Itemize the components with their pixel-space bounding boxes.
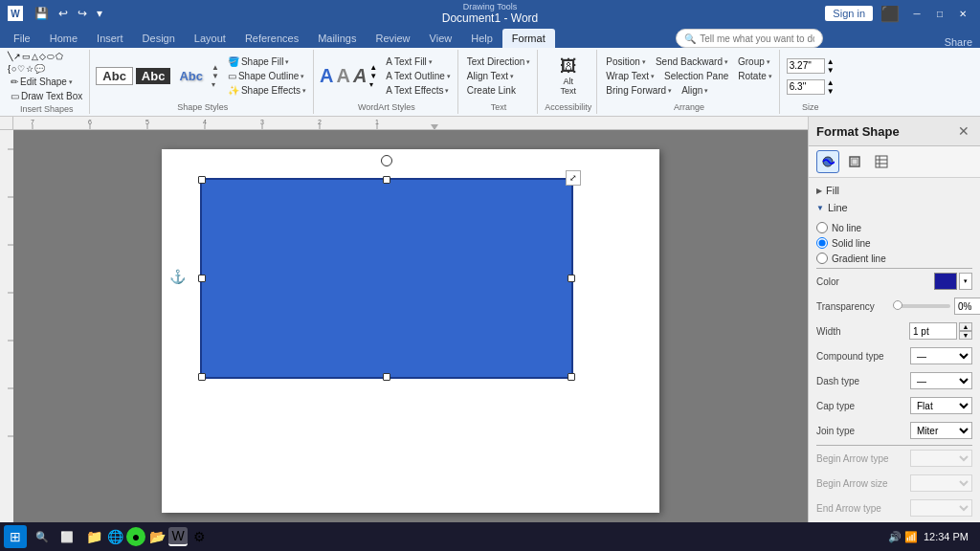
- alt-text-btn[interactable]: 🖼 AltText: [553, 55, 584, 98]
- circle-shape-btn[interactable]: ○: [11, 64, 16, 74]
- width-input[interactable]: [787, 79, 825, 95]
- pentagon-shape-btn[interactable]: ⬠: [56, 52, 63, 62]
- taskbar-word[interactable]: W: [168, 527, 188, 546]
- text-fill-btn[interactable]: A Text Fill ▾: [383, 55, 453, 68]
- ribbon-collapse-btn[interactable]: ⬛: [880, 5, 900, 23]
- handle-bottom-right[interactable]: [568, 373, 575, 381]
- shape-style-2[interactable]: Abc: [136, 68, 171, 84]
- tab-layout[interactable]: Layout: [185, 29, 235, 48]
- rotate-handle[interactable]: [381, 155, 392, 166]
- solid-line-radio[interactable]: [816, 237, 828, 249]
- taskbar-edge[interactable]: 🌐: [105, 527, 124, 546]
- cap-type-select[interactable]: Flat Round Square: [910, 397, 972, 414]
- handle-middle-right[interactable]: [568, 275, 575, 282]
- align-btn[interactable]: Align ▾: [679, 84, 711, 97]
- expand-icon[interactable]: ⤢: [566, 170, 581, 186]
- line-width-input[interactable]: [909, 322, 957, 340]
- search-taskbar-icon[interactable]: 🔍: [31, 525, 54, 548]
- height-up-btn[interactable]: ▲: [827, 57, 835, 66]
- transparency-slider[interactable]: [893, 304, 950, 308]
- tab-view[interactable]: View: [420, 29, 462, 48]
- handle-bottom-left[interactable]: [198, 373, 206, 381]
- undo-quick-btn[interactable]: ↩: [56, 5, 70, 22]
- shape-effects-btn[interactable]: ✨ Shape Effects ▾: [225, 84, 309, 97]
- join-type-select[interactable]: Miter Round Bevel: [910, 422, 972, 439]
- panel-close-button[interactable]: ✕: [955, 122, 972, 140]
- handle-top-center[interactable]: [383, 176, 390, 184]
- rotate-btn[interactable]: Rotate ▾: [735, 70, 774, 82]
- handle-bottom-center[interactable]: [383, 373, 390, 381]
- shape-container[interactable]: ⚓ ⤢: [200, 178, 573, 379]
- task-view-icon[interactable]: ⬜: [56, 525, 78, 548]
- heart-shape-btn[interactable]: ♡: [17, 64, 25, 74]
- position-btn[interactable]: Position ▾: [603, 55, 649, 68]
- wordart-style-1[interactable]: A: [320, 65, 333, 87]
- wordart-scroll[interactable]: ▲ ▼ ▾: [369, 63, 377, 89]
- gradient-line-option[interactable]: Gradient line: [816, 251, 972, 266]
- rect-shape-btn[interactable]: ▭: [22, 52, 31, 62]
- width-up-spinner[interactable]: ▲: [959, 322, 972, 331]
- share-button[interactable]: Share: [945, 36, 972, 48]
- fill-section-header[interactable]: ▶ Fill: [809, 182, 980, 199]
- width-down-btn[interactable]: ▼: [827, 87, 835, 96]
- color-picker-box[interactable]: [934, 273, 957, 290]
- save-quick-btn[interactable]: 💾: [33, 5, 51, 22]
- wordart-style-2[interactable]: A: [336, 65, 349, 87]
- create-link-btn[interactable]: Create Link: [464, 84, 534, 97]
- tab-insert[interactable]: Insert: [87, 29, 133, 48]
- customize-quick-btn[interactable]: ▾: [95, 5, 104, 22]
- handle-top-left[interactable]: [198, 176, 206, 184]
- tab-help[interactable]: Help: [461, 29, 502, 48]
- line-shape-btn[interactable]: ╲: [8, 52, 12, 62]
- minimize-button[interactable]: ─: [907, 7, 926, 20]
- text-effects-btn[interactable]: A Text Effects ▾: [383, 84, 453, 97]
- tell-me-input[interactable]: [700, 33, 814, 44]
- tab-mailings[interactable]: Mailings: [308, 29, 366, 48]
- bracket-shape-btn[interactable]: {: [8, 64, 11, 74]
- taskbar-folder[interactable]: 📂: [147, 527, 167, 546]
- wordart-style-3[interactable]: A: [353, 65, 367, 87]
- edit-shape-btn[interactable]: ✏ Edit Shape ▾: [8, 76, 85, 88]
- transparency-input[interactable]: [954, 298, 980, 315]
- text-direction-btn[interactable]: Text Direction ▾: [464, 55, 534, 68]
- height-input[interactable]: [787, 58, 825, 74]
- height-down-btn[interactable]: ▼: [827, 66, 835, 75]
- shape-styles-scroll[interactable]: ▲ ▼ ▾: [212, 63, 219, 89]
- draw-textbox-btn[interactable]: ▭ Draw Text Box: [8, 90, 85, 102]
- maximize-button[interactable]: □: [930, 7, 949, 20]
- no-line-option[interactable]: No line: [816, 220, 972, 235]
- align-text-btn[interactable]: Align Text ▾: [464, 70, 534, 82]
- tab-home[interactable]: Home: [40, 29, 87, 48]
- text-outline-btn[interactable]: A Text Outline ▾: [383, 70, 453, 82]
- tab-format[interactable]: Format: [502, 29, 555, 48]
- effects-icon-tab[interactable]: [843, 150, 866, 173]
- taskbar-settings[interactable]: ⚙: [189, 527, 209, 546]
- selection-pane-btn[interactable]: Selection Pane: [661, 70, 731, 82]
- color-picker-dropdown[interactable]: ▾: [959, 273, 972, 290]
- width-down-spinner[interactable]: ▼: [959, 331, 972, 340]
- sign-in-button[interactable]: Sign in: [825, 6, 873, 21]
- layout-icon-tab[interactable]: [870, 150, 893, 173]
- handle-middle-left[interactable]: [198, 275, 206, 282]
- callout-shape-btn[interactable]: 💬: [34, 64, 45, 74]
- triangle-shape-btn[interactable]: △: [32, 52, 38, 62]
- shape-style-1[interactable]: Abc: [96, 67, 133, 85]
- arrow-shape-btn[interactable]: ↗: [13, 52, 21, 62]
- star-shape-btn[interactable]: ☆: [26, 64, 33, 74]
- tab-review[interactable]: Review: [367, 29, 420, 48]
- solid-line-option[interactable]: Solid line: [816, 235, 972, 251]
- blue-rectangle[interactable]: [200, 178, 573, 379]
- cylinder-shape-btn[interactable]: ⬭: [47, 52, 55, 62]
- wrap-text-btn[interactable]: Wrap Text ▾: [603, 70, 657, 82]
- taskbar-file-explorer[interactable]: 📁: [84, 527, 103, 546]
- tab-file[interactable]: File: [4, 29, 40, 48]
- gradient-line-radio[interactable]: [816, 253, 828, 264]
- taskbar-chrome[interactable]: ●: [126, 527, 145, 546]
- diamond-shape-btn[interactable]: ◇: [39, 52, 46, 62]
- tab-references[interactable]: References: [235, 29, 308, 48]
- compound-type-select[interactable]: — ═══ ──═: [910, 347, 972, 364]
- close-button[interactable]: ✕: [953, 7, 972, 20]
- no-line-radio[interactable]: [816, 222, 828, 233]
- shape-style-3[interactable]: Abc: [173, 68, 209, 84]
- width-up-btn[interactable]: ▲: [827, 78, 835, 87]
